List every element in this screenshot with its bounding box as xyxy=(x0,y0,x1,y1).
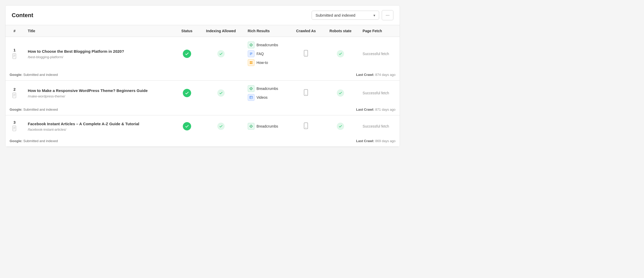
row-index: 3 xyxy=(10,120,19,124)
header-controls: Submitted and indexed ▾ ··· xyxy=(312,10,393,20)
svg-point-21 xyxy=(306,94,306,95)
rich-result-icon xyxy=(248,94,254,101)
indexing-allowed-cell xyxy=(198,81,244,106)
google-label: Google: Submitted and indexed xyxy=(10,108,58,111)
rich-result-label: FAQ xyxy=(257,52,264,56)
status-info-row: Google: Submitted and indexed Last Crawl… xyxy=(5,137,400,147)
rich-result-label: Breadcrumbs xyxy=(257,87,278,91)
chevron-down-icon: ▾ xyxy=(373,13,375,17)
more-options-button[interactable]: ··· xyxy=(382,10,393,20)
robots-state-cell xyxy=(323,115,358,137)
rich-result-item: Videos xyxy=(248,94,285,101)
status-info-cell: Google: Submitted and indexed Last Crawl… xyxy=(5,105,400,115)
rich-result-icon xyxy=(248,59,254,66)
rich-results-cell: Breadcrumbs FAQ How-to xyxy=(244,37,290,71)
svg-rect-10 xyxy=(251,63,252,64)
main-container: Content Submitted and indexed ▾ ··· # Ti… xyxy=(5,5,400,147)
rich-result-item: Breadcrumbs xyxy=(248,85,285,92)
article-title: How to Choose the Best Blogging Platform… xyxy=(28,49,171,54)
page-fetch-cell: Successful fetch xyxy=(358,37,400,71)
page-title: Content xyxy=(12,12,33,19)
mobile-icon xyxy=(302,92,310,97)
rich-result-item: Breadcrumbs xyxy=(248,123,285,130)
robots-state-cell xyxy=(323,37,358,71)
page-fetch-status: Successful fetch xyxy=(363,91,389,95)
col-crawled-as: Crawled As xyxy=(289,25,323,37)
last-crawl-info: Last Crawl: 869 days ago xyxy=(356,139,395,143)
document-icon xyxy=(10,125,19,132)
svg-rect-5 xyxy=(250,54,252,54)
status-info-cell: Google: Submitted and indexed Last Crawl… xyxy=(5,137,400,147)
svg-rect-17 xyxy=(250,96,252,99)
mobile-icon xyxy=(302,126,310,130)
content-table: # Title Status Indexing Allowed Rich Res… xyxy=(5,25,400,147)
rich-result-item: Breadcrumbs xyxy=(248,42,285,48)
svg-rect-13 xyxy=(13,93,16,98)
table-header-row: # Title Status Indexing Allowed Rich Res… xyxy=(5,25,400,37)
status-cell xyxy=(175,81,198,106)
document-icon xyxy=(10,92,19,99)
crawled-as-cell xyxy=(289,81,323,106)
col-robots-state: Robots state xyxy=(323,25,358,37)
status-cell xyxy=(175,115,198,137)
dropdown-selected-value: Submitted and indexed xyxy=(316,13,355,17)
status-cell xyxy=(175,37,198,71)
col-rich-results: Rich Results xyxy=(244,25,290,37)
svg-rect-4 xyxy=(250,53,252,53)
article-url: /best-blogging-platform/ xyxy=(28,55,171,59)
title-cell[interactable]: How to Make a Responsive WordPress Theme… xyxy=(24,81,175,106)
row-index: 1 xyxy=(10,48,19,52)
col-title: Title xyxy=(24,25,175,37)
row-number-cell: 3 xyxy=(5,115,24,137)
last-crawl-info: Last Crawl: 874 days ago xyxy=(356,73,395,77)
crawled-as-cell xyxy=(289,115,323,137)
status-info-row: Google: Submitted and indexed Last Crawl… xyxy=(5,105,400,115)
svg-rect-9 xyxy=(250,63,251,64)
rich-result-label: Videos xyxy=(257,95,268,100)
article-url: /make-wordpress-theme/ xyxy=(28,94,171,98)
svg-point-12 xyxy=(306,55,306,55)
table-row: 1 How to Choose the Best Blogging Platfo… xyxy=(5,37,400,71)
col-page-fetch: Page Fetch xyxy=(358,25,400,37)
rich-result-icon xyxy=(248,42,254,48)
indexing-allowed-cell xyxy=(198,115,244,137)
row-number-cell: 1 xyxy=(5,37,24,71)
page-fetch-status: Successful fetch xyxy=(363,52,389,56)
col-number: # xyxy=(5,25,24,37)
status-info-cell: Google: Submitted and indexed Last Crawl… xyxy=(5,71,400,81)
svg-rect-7 xyxy=(250,61,251,62)
header: Content Submitted and indexed ▾ ··· xyxy=(5,5,400,25)
mobile-icon xyxy=(302,53,310,58)
document-icon xyxy=(10,53,19,60)
svg-point-27 xyxy=(306,127,306,128)
svg-rect-8 xyxy=(251,61,252,62)
rich-result-item: How-to xyxy=(248,59,285,66)
indexing-allowed-cell xyxy=(198,37,244,71)
row-number-cell: 2 xyxy=(5,81,24,106)
svg-rect-22 xyxy=(13,126,16,131)
status-info-row: Google: Submitted and indexed Last Crawl… xyxy=(5,71,400,81)
title-cell[interactable]: How to Choose the Best Blogging Platform… xyxy=(24,37,175,71)
rich-results-cell: Breadcrumbs Videos xyxy=(244,81,290,106)
table-row: 3 Facebook Instant Articles – A Complete… xyxy=(5,115,400,137)
rich-result-label: How-to xyxy=(257,61,268,65)
page-fetch-status: Successful fetch xyxy=(363,124,389,128)
robots-state-cell xyxy=(323,81,358,106)
filter-dropdown[interactable]: Submitted and indexed ▾ xyxy=(312,11,379,20)
rich-result-label: Breadcrumbs xyxy=(257,43,278,47)
rich-result-label: Breadcrumbs xyxy=(257,124,278,128)
col-status: Status xyxy=(175,25,198,37)
col-indexing: Indexing Allowed xyxy=(198,25,244,37)
article-url: /facebook-instant-articles/ xyxy=(28,128,171,131)
rich-result-item: FAQ xyxy=(248,50,285,57)
crawled-as-cell xyxy=(289,37,323,71)
rich-result-icon xyxy=(248,50,254,57)
google-label: Google: Submitted and indexed xyxy=(10,139,58,143)
rich-result-icon xyxy=(248,123,254,130)
svg-rect-11 xyxy=(304,50,308,56)
rich-result-icon xyxy=(248,85,254,92)
article-title: How to Make a Responsive WordPress Theme… xyxy=(28,88,171,93)
page-fetch-cell: Successful fetch xyxy=(358,81,400,106)
article-title: Facebook Instant Articles – A Complete A… xyxy=(28,121,171,127)
title-cell[interactable]: Facebook Instant Articles – A Complete A… xyxy=(24,115,175,137)
